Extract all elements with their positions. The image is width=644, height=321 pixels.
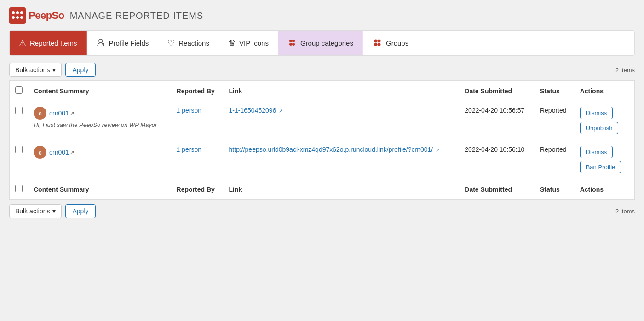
bulk-actions-label-top: Bulk actions (15, 66, 50, 74)
row1-checkbox[interactable] (15, 107, 23, 114)
tab-profile-fields[interactable]: Profile Fields (87, 31, 159, 55)
peepso-logo: PeepSo (9, 7, 64, 24)
row2-reported-by: 1 person (171, 140, 224, 179)
row2-reported-by-link[interactable]: 1 person (177, 146, 201, 153)
svg-point-1 (12, 11, 15, 14)
svg-point-12 (289, 43, 292, 46)
header-actions: Actions (575, 81, 635, 101)
peepso-logo-icon (9, 7, 26, 24)
toolbar-left-bottom: Bulk actions ▾ Apply (9, 204, 96, 218)
row2-link-cell: http://peepso.urld0b9acl-xmz4qd97x62o.p.… (224, 140, 460, 179)
row2-user-cell: c crn001 ↗ (34, 146, 166, 159)
header-date-submitted: Date Submitted (459, 81, 535, 101)
svg-point-4 (12, 16, 15, 19)
row2-external-icon: ↗ (70, 149, 74, 155)
header-content-summary: Content Summary (28, 81, 171, 101)
page-header: PeepSo MANAGE REPORTED ITEMS (9, 7, 635, 24)
row1-link[interactable]: 1-1-1650452096 ↗ (229, 107, 283, 114)
row1-actions-cell: Dismiss Unpublish (575, 101, 635, 140)
header-checkbox-cell (10, 81, 29, 101)
row1-user-top: c crn001 ↗ (34, 107, 74, 120)
table-footer-header-row: Content Summary Reported By Link Date Su… (10, 179, 635, 200)
row1-reported-by: 1 person (171, 101, 224, 140)
footer-header-checkbox-cell (10, 179, 29, 200)
tab-vip-icons-label: VIP Icons (239, 39, 269, 47)
footer-select-all-checkbox[interactable] (15, 185, 23, 192)
bulk-actions-dropdown-bottom[interactable]: Bulk actions ▾ (9, 204, 62, 218)
tab-reactions-label: Reactions (178, 39, 209, 47)
svg-point-3 (20, 11, 23, 14)
row1-avatar: c (34, 107, 46, 120)
row1-user-link[interactable]: crn001 (49, 109, 69, 117)
svg-point-16 (374, 43, 377, 46)
tab-vip-icons[interactable]: ♛ VIP Icons (219, 31, 278, 55)
header-status: Status (535, 81, 575, 101)
row2-separator (624, 146, 624, 155)
toolbar-left-top: Bulk actions ▾ Apply (9, 63, 96, 77)
select-all-checkbox[interactable] (15, 86, 23, 94)
svg-point-15 (377, 40, 380, 43)
svg-line-9 (103, 45, 104, 46)
tab-groups[interactable]: Groups (363, 31, 418, 55)
row2-ban-profile-button[interactable]: Ban Profile (580, 161, 621, 173)
row2-content-summary: c crn001 ↗ (28, 140, 171, 179)
footer-header-reported-by: Reported By (171, 179, 224, 200)
reactions-icon: ♡ (167, 39, 175, 47)
svg-rect-0 (9, 7, 26, 24)
row1-action-buttons: Dismiss Unpublish (580, 107, 619, 134)
row2-checkbox-cell (10, 140, 29, 179)
nav-tabs: ⚠ Reported Items Profile Fields ♡ Reacti… (9, 30, 635, 56)
footer-header-content-summary: Content Summary (28, 179, 171, 200)
row2-checkbox[interactable] (15, 146, 23, 153)
row1-checkbox-cell (10, 101, 29, 140)
tab-reactions[interactable]: ♡ Reactions (158, 31, 219, 55)
row2-avatar: c (34, 146, 46, 159)
footer-header-status: Status (535, 179, 575, 200)
row1-link-cell: 1-1-1650452096 ↗ (224, 101, 460, 140)
row2-user-top: c crn001 ↗ (34, 146, 74, 159)
row1-reported-by-link[interactable]: 1 person (177, 107, 201, 114)
row1-date-submitted: 2022-04-20 10:56:57 (459, 101, 535, 140)
svg-point-8 (102, 43, 104, 45)
row2-dismiss-button[interactable]: Dismiss (580, 146, 613, 158)
row1-unpublish-button[interactable]: Unpublish (580, 122, 619, 134)
table-header-row: Content Summary Reported By Link Date Su… (10, 81, 635, 101)
footer-header-actions: Actions (575, 179, 635, 200)
row2-actions-cell: Dismiss Ban Profile (575, 140, 635, 179)
page-title: MANAGE REPORTED ITEMS (70, 11, 204, 21)
tab-group-categories-label: Group categories (300, 39, 353, 47)
row1-content-summary: c crn001 ↗ Hi, I just saw the PeepSo rev… (28, 101, 171, 140)
row1-link-external-icon: ↗ (279, 108, 283, 114)
top-toolbar: Bulk actions ▾ Apply 2 items (9, 63, 635, 77)
row1-dismiss-button[interactable]: Dismiss (580, 107, 613, 119)
row1-content-preview: Hi, I just saw the PeepSo review on WP M… (34, 121, 157, 128)
row2-date-submitted: 2022-04-20 10:56:10 (459, 140, 535, 179)
row2-user-link[interactable]: crn001 (49, 149, 69, 156)
table-row: c crn001 ↗ 1 person http://peepso.urld0b… (10, 140, 635, 179)
row1-external-icon: ↗ (70, 110, 74, 116)
svg-point-17 (377, 43, 380, 46)
header-link: Link (224, 81, 460, 101)
svg-point-6 (20, 16, 23, 19)
row1-separator (621, 107, 621, 116)
svg-point-10 (289, 40, 292, 42)
bulk-actions-dropdown-top[interactable]: Bulk actions ▾ (9, 63, 62, 77)
footer-header-date-submitted: Date Submitted (459, 179, 535, 200)
row2-link-external-icon: ↗ (436, 147, 440, 153)
row1-user-cell: c crn001 ↗ Hi, I just saw the PeepSo rev… (34, 107, 166, 128)
reported-items-table: Content Summary Reported By Link Date Su… (9, 80, 635, 200)
profile-fields-icon (96, 38, 105, 48)
row2-link[interactable]: http://peepso.urld0b9acl-xmz4qd97x62o.p.… (229, 146, 440, 153)
svg-point-14 (374, 40, 377, 43)
apply-button-bottom[interactable]: Apply (65, 204, 95, 218)
tab-reported-items[interactable]: ⚠ Reported Items (10, 31, 87, 55)
groups-icon (372, 37, 382, 49)
svg-point-7 (99, 39, 103, 43)
dropdown-chevron-icon: ▾ (52, 66, 56, 74)
tab-group-categories[interactable]: Group categories (278, 31, 363, 55)
row2-action-col-inner: Dismiss Ban Profile (580, 146, 629, 173)
header-reported-by: Reported By (171, 81, 224, 101)
row1-status: Reported (535, 101, 575, 140)
tab-groups-label: Groups (386, 39, 408, 47)
apply-button-top[interactable]: Apply (65, 63, 95, 77)
